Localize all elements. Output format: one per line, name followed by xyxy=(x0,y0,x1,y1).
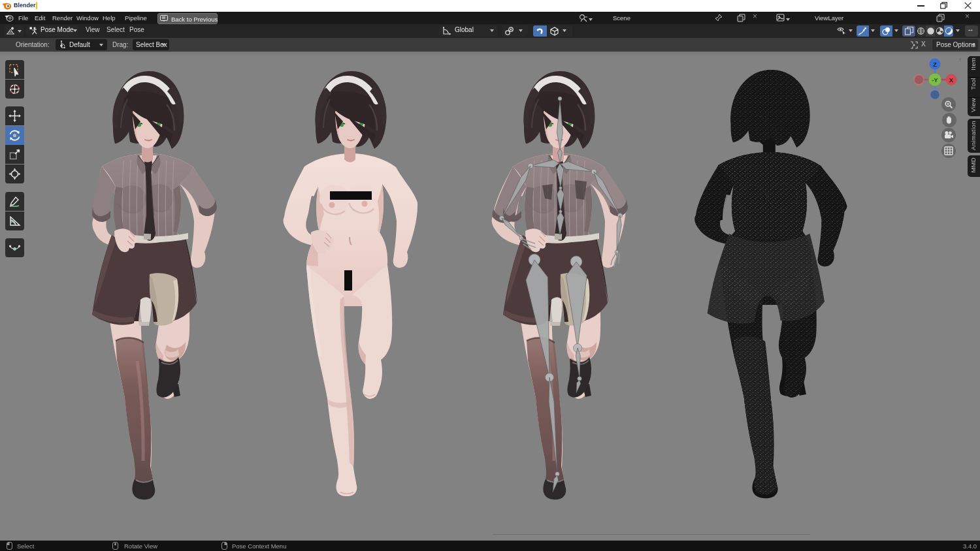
svg-text:Z: Z xyxy=(933,61,937,68)
svg-text:-Y: -Y xyxy=(932,77,938,84)
svg-text:X: X xyxy=(949,76,954,84)
